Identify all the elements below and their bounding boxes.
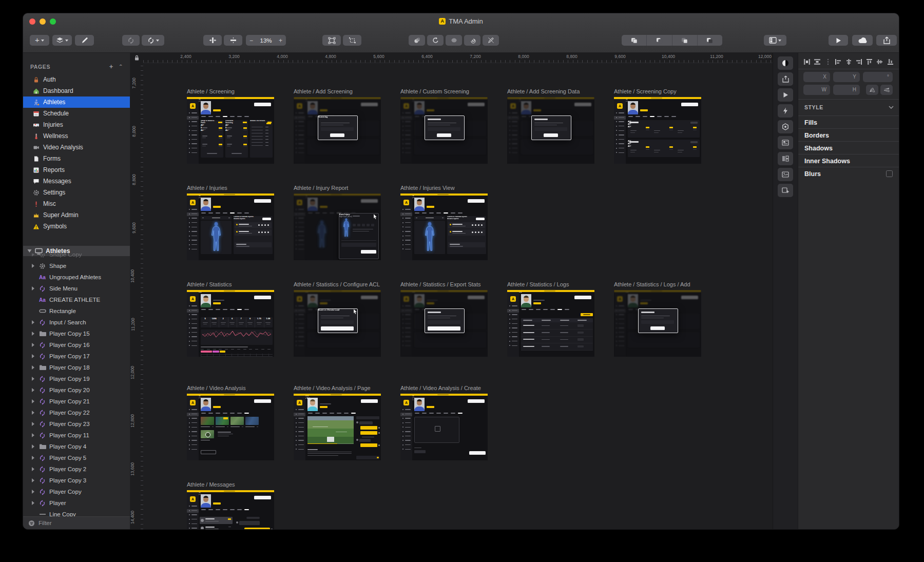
flip-horizontal-button[interactable] — [866, 85, 878, 95]
difference-button[interactable] — [698, 35, 722, 46]
oval-tool-button[interactable] — [446, 35, 462, 46]
subtract-button[interactable] — [647, 35, 672, 46]
expand-triangle-icon[interactable] — [30, 320, 35, 324]
layer-player-copy-16[interactable]: Player Copy 16 — [23, 339, 130, 351]
zoom-control[interactable]: −13%+ — [246, 35, 286, 46]
artboard-athlete-statistics-export-stats[interactable]: AAlex Collins — [400, 290, 488, 357]
add-page-button[interactable]: + — [107, 64, 116, 70]
layer-player-copy-3[interactable]: Player Copy 3 — [23, 475, 130, 486]
cloud-sync-button[interactable] — [852, 35, 873, 46]
modal-action-button[interactable] — [330, 133, 344, 137]
align-bottom-icon[interactable] — [886, 57, 895, 66]
plugin-button-lightning[interactable] — [778, 104, 793, 118]
artboard-label-athlete-statistics-logs-add[interactable]: Athlete / Statistics / Logs / Add — [614, 281, 690, 287]
intersect-button[interactable] — [672, 35, 698, 46]
layer-player-copy-2[interactable]: Player Copy 2 — [23, 463, 130, 475]
style-section-shadows[interactable]: Shadows — [798, 141, 899, 154]
expand-triangle-icon[interactable] — [30, 399, 35, 403]
upload-dropzone[interactable] — [414, 417, 459, 443]
artboard-label-athlete-statistics-logs[interactable]: Athlete / Statistics / Logs — [507, 281, 569, 287]
artboard-label-athlete-injuries-view[interactable]: Athlete / Injuries View — [400, 185, 455, 191]
layer-shape[interactable]: Shape — [23, 260, 130, 272]
expand-triangle-icon[interactable] — [30, 422, 35, 426]
collapse-pages-icon[interactable]: ⌃ — [116, 64, 126, 70]
chat-list-item[interactable] — [200, 517, 233, 524]
layer-shape-copy[interactable]: Shape Copy — [23, 254, 130, 260]
create-symbol-button[interactable] — [122, 35, 140, 46]
artboard-label-athlete-injury-report[interactable]: Athlete / Injury Report — [294, 185, 348, 191]
style-section-blurs[interactable]: Blurs — [798, 167, 899, 180]
share-export-button[interactable] — [876, 35, 897, 46]
distribute-vertically-icon[interactable] — [813, 57, 822, 66]
style-section-header[interactable]: STYLE — [804, 102, 894, 112]
plugin-button-image-add[interactable] — [778, 184, 793, 197]
modal-action-button[interactable] — [428, 326, 460, 331]
plugin-button-image-export[interactable] — [778, 168, 793, 181]
canvas[interactable]: 2,4003,2004,0004,8005,6006,4007,2008,000… — [143, 53, 773, 529]
expand-triangle-icon[interactable] — [30, 490, 35, 494]
layer-player-copy-22[interactable]: Player Copy 22 — [23, 407, 130, 418]
artboard-label-athlete-video-analysis[interactable]: Athlete / Video Analysis — [187, 385, 246, 391]
zoom-in-button[interactable]: + — [279, 37, 282, 44]
artboard-athlete-screening[interactable]: AJosh GrantProfessional PlayerRange of M… — [187, 97, 274, 164]
artboard-athlete-video-analysis-create[interactable]: AJosh GrantProfessional PlayerName of th… — [400, 394, 488, 460]
blurs-checkbox[interactable] — [886, 170, 893, 177]
artboard-athlete-statistics-logs[interactable]: AAlex CollinsActivity Log — [507, 290, 594, 357]
pencil-tool-button[interactable] — [75, 35, 94, 46]
sidebar-page-reports[interactable]: Reports — [23, 164, 130, 176]
sidebar-page-settings[interactable]: Settings — [23, 187, 130, 198]
artboard-athlete-messages[interactable]: AJosh GrantProfessional PlayerChats — [187, 490, 274, 529]
sidebar-page-dashboard[interactable]: Dashboard — [23, 85, 130, 96]
vector-edit-button[interactable] — [483, 35, 499, 46]
layer-create-athlete[interactable]: AaCREATE ATHLETE — [23, 294, 130, 305]
layers-style-button[interactable] — [52, 35, 72, 46]
artboard-athlete-injuries[interactable]: AJosh GrantProfessional PlayerCurrent & … — [187, 193, 274, 260]
expand-triangle-icon[interactable] — [30, 332, 35, 336]
expand-triangle-icon[interactable] — [30, 478, 35, 482]
layer-side-menu[interactable]: Side Menu — [23, 283, 130, 294]
expand-triangle-icon[interactable] — [30, 501, 35, 505]
sidebar-page-messages[interactable]: Messages — [23, 176, 130, 187]
align-middle-icon[interactable] — [875, 57, 884, 66]
modal-dialog[interactable] — [531, 115, 571, 140]
expand-triangle-icon[interactable] — [30, 411, 35, 415]
rotation-field[interactable]: ° — [863, 72, 893, 82]
sidebar-page-misc[interactable]: Misc — [23, 198, 130, 209]
artboard-label-athlete-screening[interactable]: Athlete / Screening — [187, 88, 235, 94]
expand-triangle-icon[interactable] — [30, 286, 35, 290]
expand-triangle-icon[interactable] — [30, 388, 35, 392]
sidebar-page-forms[interactable]: Forms — [23, 153, 130, 164]
style-section-borders[interactable]: Borders — [798, 128, 899, 142]
distribute-vertically-button[interactable] — [224, 35, 242, 46]
layer-player[interactable]: Player — [23, 497, 130, 509]
artboard-athlete-custom-screening[interactable]: AJosh GrantProfessional Player — [400, 97, 488, 164]
plugin-button-export-up[interactable] — [778, 72, 793, 86]
expand-triangle-icon[interactable] — [30, 264, 35, 268]
layer-player-copy-4[interactable]: Player Copy 4 — [23, 441, 130, 452]
artboard-label-athlete-screening-copy[interactable]: Athlete / Screening Copy — [614, 88, 677, 94]
distribute-horizontally-icon[interactable] — [802, 57, 812, 66]
plugin-button-half-circle-logo[interactable] — [778, 56, 793, 70]
expand-triangle-icon[interactable] — [30, 444, 35, 449]
artboard-label-athlete-statistics-export-stats[interactable]: Athlete / Statistics / Export Stats — [400, 281, 481, 287]
y-field[interactable]: Y — [833, 72, 860, 82]
edit-shape-button[interactable] — [343, 35, 361, 46]
injury-report-popup[interactable]: Knee InjuryRight Knee (Front) — [339, 213, 379, 259]
artboard-athlete-statistics[interactable]: AAlex CollinsStatistics20195109626761.75… — [187, 290, 274, 357]
height-field[interactable]: H — [833, 85, 860, 95]
expand-triangle-icon[interactable] — [30, 254, 35, 257]
blur-tool-button[interactable] — [409, 35, 425, 46]
expand-triangle-icon[interactable] — [30, 433, 35, 437]
artboard-athlete-statistics-configure-acl[interactable]: AAlex CollinsAcute vs Chronic Load — [294, 290, 381, 357]
artboard-athlete-add-screening-data[interactable]: AJosh GrantProfessional Player — [507, 97, 594, 164]
layer-player-copy-11[interactable]: Player Copy 11 — [23, 430, 130, 441]
sidebar-page-athletes[interactable]: Athletes — [23, 96, 130, 108]
layer-player-copy-21[interactable]: Player Copy 21 — [23, 396, 130, 407]
modal-dialog[interactable]: Screening — [318, 115, 358, 140]
filter-bar[interactable]: Filter — [23, 516, 130, 529]
artboard-label-athlete-statistics[interactable]: Athlete / Statistics — [187, 281, 232, 287]
expand-triangle-icon[interactable] — [30, 377, 35, 381]
flip-vertical-button[interactable] — [880, 85, 893, 95]
group-selection-button[interactable] — [322, 35, 341, 46]
modal-action-button[interactable] — [650, 326, 665, 330]
